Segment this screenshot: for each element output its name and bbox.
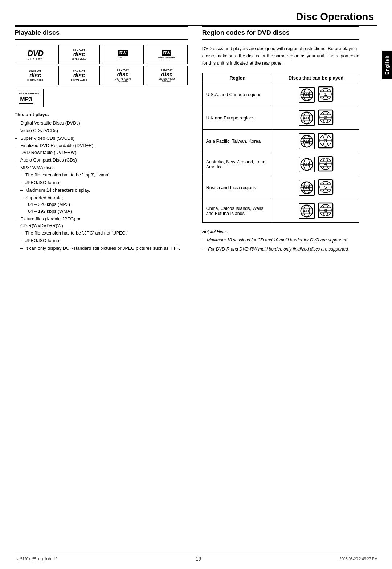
svg-text:ALL: ALL: [303, 186, 310, 190]
unit-plays-title: This unit plays:: [15, 112, 188, 117]
svg-text:ALL: ALL: [303, 93, 310, 97]
region-name-cell: U.K and Europe regions: [202, 106, 273, 130]
list-item-indent: It can only display DCF-standard still p…: [15, 245, 188, 252]
cd-digital-audio-logo: COMPACT disc DIGITAL AUDIO: [58, 66, 100, 85]
region-name-cell: China, Calcos Islands, Walls and Futuna …: [202, 199, 273, 223]
footer-timestamp: 2008-03-20 2:49:27 PM: [339, 557, 377, 561]
compact-disc-super-video-logo: COMPACT disc SUPER VIDEO: [58, 45, 100, 64]
cd-rewritable-logo: COMPACT disc DIGITAL AUDIO ReWritable: [146, 66, 188, 85]
table-row: Russia and India regions ALL 5: [202, 176, 359, 199]
english-tab: English: [382, 51, 392, 79]
list-item-indent: Maximum 14 characters display.: [15, 187, 188, 194]
svg-text:ALL: ALL: [303, 116, 310, 120]
disc-icons-cell: ALL 5: [273, 176, 359, 199]
all-badge: ALL: [299, 180, 315, 196]
region-table: Region Discs that can be played U.S.A. a…: [202, 73, 359, 223]
svg-text:ALL: ALL: [303, 162, 310, 166]
right-column: Region codes for DVD discs DVD discs and…: [202, 26, 377, 253]
list-item-indent: Supported bit-rate; 64 – 320 kbps (MP3) …: [15, 194, 188, 215]
list-item-indent: The file extension has to be '.mp3', '.w…: [15, 171, 188, 179]
region-number-badge: 6: [318, 202, 334, 219]
region-number-badge: 4: [318, 156, 334, 173]
region-number-badge: 3: [318, 133, 334, 150]
helpful-hints-title: Helpful Hints:: [202, 228, 359, 235]
table-row: Asia Pacific, Taiwan, Korea ALL 3: [202, 130, 359, 153]
list-item-indent: JPEG/ISO format: [15, 179, 188, 187]
hint-2: – For DVD-R and DVD-RW multi border, onl…: [202, 246, 359, 253]
table-row: U.S.A. and Canada regions ALL 1: [202, 83, 359, 106]
svg-text:6: 6: [324, 208, 327, 213]
svg-text:3: 3: [324, 138, 327, 143]
region-number-badge: 2: [318, 109, 334, 126]
helpful-hints: Helpful Hints: – Maximum 10 sessions for…: [202, 228, 359, 253]
svg-text:4: 4: [324, 161, 327, 167]
all-badge: ALL: [299, 157, 315, 172]
list-item: Picture files (Kodak, JPEG) onCD-R(W)/DV…: [15, 215, 188, 230]
list-item: Audio Compact Discs (CDs): [15, 157, 188, 164]
svg-text:ALL: ALL: [303, 139, 310, 143]
footer-file: dvp5120k_55_eng.indd 19: [15, 557, 57, 561]
svg-text:2: 2: [324, 115, 327, 120]
disc-icons-cell: ALL 3: [273, 130, 359, 153]
region-intro: DVD discs and players are designed with …: [202, 45, 359, 67]
list-item: Super Video CDs (SVCDs): [15, 135, 188, 142]
all-badge: ALL: [299, 203, 315, 219]
svg-text:1: 1: [324, 92, 327, 97]
list-item: Video CDs (VCDs): [15, 127, 188, 135]
disc-icons-cell: ALL 4: [273, 153, 359, 176]
region-col-header: Region: [202, 73, 273, 83]
hint-1: – Maximum 10 sessions for CD and 10 mult…: [202, 237, 359, 244]
table-row: U.K and Europe regions ALL 2: [202, 106, 359, 130]
disc-icons-cell: ALL 2: [273, 106, 359, 130]
region-name-cell: Russia and India regions: [202, 176, 273, 199]
region-codes-header: Region codes for DVD discs: [202, 26, 359, 40]
mp3-logo: MP3-CD PLAYBACK MP3: [15, 89, 44, 107]
page-title: Disc Operations: [15, 11, 377, 26]
table-row: China, Calcos Islands, Walls and Futuna …: [202, 199, 359, 223]
region-number-badge: 1: [318, 86, 334, 103]
unit-plays-list: Digital Versatile Discs (DVDs) Video CDs…: [15, 119, 188, 252]
disc-logos-grid: DVD V I D E O™ COMPACT disc SUPER VIDEO: [15, 45, 188, 85]
left-column: Playable discs DVD V I D E O™ COMPACT di…: [15, 26, 191, 253]
main-content: Playable discs DVD V I D E O™ COMPACT di…: [15, 26, 377, 253]
page-container: Disc Operations English Playable discs D…: [0, 0, 392, 569]
table-row: Australia, New Zealand, Latin America AL…: [202, 153, 359, 176]
disc-icons-cell: ALL 1: [273, 83, 359, 106]
dvd-plus-rw-logo: RW DVD + ReWritable: [146, 45, 188, 64]
cd-recordable-logo: COMPACT disc DIGITAL AUDIO Recordable: [102, 66, 144, 85]
discs-col-header: Discs that can be played: [273, 73, 359, 83]
list-item-indent: The file extension has to be '.JPG' and …: [15, 229, 188, 237]
all-badge: ALL: [299, 87, 315, 103]
list-item: MP3/ WMA discs: [15, 164, 188, 172]
svg-text:5: 5: [324, 184, 327, 190]
all-badge: ALL: [299, 110, 315, 126]
region-number-badge: 5: [318, 179, 334, 196]
list-item: Finalized DVD Recordable (DVD±R),DVD Rew…: [15, 142, 188, 157]
playable-discs-header: Playable discs: [15, 26, 188, 40]
region-name-cell: U.S.A. and Canada regions: [202, 83, 273, 106]
list-item-indent: JPEG/ISO format: [15, 237, 188, 245]
dvd-video-logo: DVD V I D E O™: [15, 45, 56, 64]
region-name-cell: Asia Pacific, Taiwan, Korea: [202, 130, 273, 153]
region-name-cell: Australia, New Zealand, Latin America: [202, 153, 273, 176]
page-footer: dvp5120k_55_eng.indd 19 19 2008-03-20 2:…: [15, 554, 377, 562]
disc-icons-cell: ALL 6: [273, 199, 359, 223]
page-number: 19: [196, 556, 201, 562]
list-item: Digital Versatile Discs (DVDs): [15, 119, 188, 127]
all-badge: ALL: [299, 133, 315, 149]
dvd-plus-r-logo: RW DVD + R: [102, 45, 144, 64]
cd-digital-video-logo: COMPACT disc DIGITAL VIDEO: [15, 66, 56, 85]
svg-text:ALL: ALL: [303, 209, 310, 213]
